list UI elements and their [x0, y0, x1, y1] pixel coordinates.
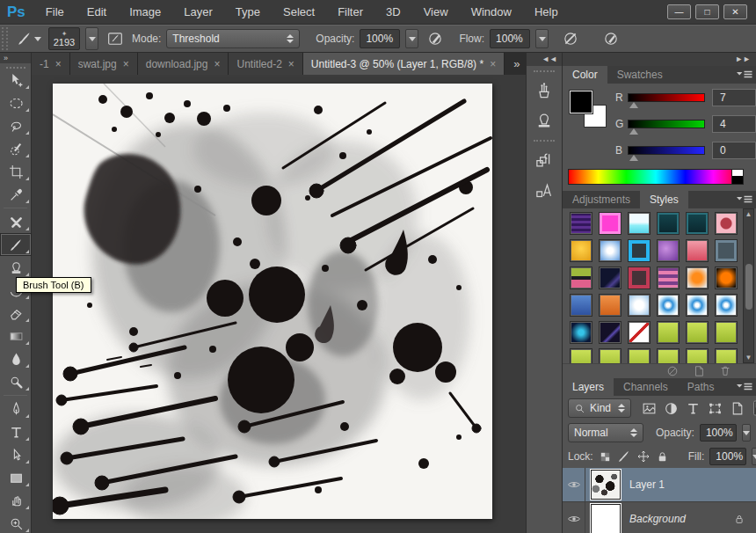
layer-fill-box[interactable]: 100% [709, 448, 746, 465]
toolbar-header[interactable]: » [0, 53, 31, 69]
panels-expand-button[interactable]: ►► [563, 53, 756, 66]
layer-row-background[interactable]: Background [563, 502, 756, 533]
tab-close-icon[interactable]: × [214, 58, 220, 70]
tab-channels[interactable]: Channels [614, 378, 678, 396]
tab-swatches[interactable]: Swatches [607, 66, 672, 84]
flow-value-box[interactable]: 100% [490, 29, 530, 48]
layer-visibility-toggle[interactable] [563, 468, 585, 501]
filter-pixel-layers-icon[interactable] [642, 401, 657, 416]
new-style-button[interactable] [693, 365, 705, 377]
blur-tool[interactable] [0, 347, 32, 370]
style-swatch-coral[interactable] [686, 239, 709, 262]
style-swatch-red-on-pink[interactable] [715, 212, 738, 235]
menu-edit[interactable]: Edit [76, 0, 118, 25]
filter-smart-objects-icon[interactable] [730, 401, 745, 416]
style-swatch-blue-orb-3[interactable] [715, 294, 738, 317]
brush-panel-toggle-button[interactable] [104, 27, 127, 50]
marquee-tool[interactable] [0, 91, 32, 114]
lasso-tool[interactable] [0, 114, 32, 137]
style-swatch-blue-orb-1[interactable] [657, 294, 680, 317]
style-swatch-lime-8[interactable] [686, 348, 709, 363]
scrollbar-thumb[interactable] [745, 264, 752, 310]
document-tab-1[interactable]: swat.jpg× [70, 53, 138, 75]
style-swatch-purple-sparkle[interactable] [657, 239, 680, 262]
brush-panel-icon[interactable] [529, 77, 559, 104]
style-swatch-ice-burst[interactable] [599, 239, 622, 262]
green-slider[interactable] [628, 120, 705, 128]
document-tab-0[interactable]: -1× [32, 53, 70, 75]
style-swatch-orange-soft[interactable] [599, 294, 622, 317]
canvas-image[interactable] [53, 84, 492, 519]
dodge-tool[interactable] [0, 370, 32, 393]
clear-style-button[interactable] [666, 365, 679, 377]
style-swatch-slate-fade[interactable] [715, 239, 738, 262]
red-slider-thumb[interactable] [629, 102, 638, 108]
pressure-size-icon[interactable] [600, 27, 622, 50]
blue-slider[interactable] [628, 146, 705, 155]
document-tab-4[interactable]: Untitled-3 @ 50% (Layer 1, RGB/8) *× [303, 53, 505, 75]
eyedropper-tool[interactable] [0, 183, 32, 206]
layer-visibility-toggle[interactable] [563, 502, 585, 533]
dock-collapse-button[interactable]: ◄◄ [527, 53, 562, 66]
layer-fill-dropdown[interactable] [752, 448, 756, 465]
tab-color[interactable]: Color [563, 66, 607, 84]
panel-menu-icon[interactable] [737, 383, 752, 391]
filter-type-layers-icon[interactable] [686, 401, 701, 416]
tab-close-icon[interactable]: × [123, 58, 129, 70]
path-select-tool[interactable] [0, 443, 32, 466]
style-swatch-purple-stripes[interactable] [570, 212, 592, 235]
style-swatch-blue-soft[interactable] [570, 294, 592, 317]
flow-dropdown-button[interactable] [535, 29, 549, 48]
document-tab-2[interactable]: download.jpg× [138, 53, 229, 75]
pen-tool[interactable] [0, 398, 32, 420]
foreground-background-swatches[interactable] [570, 91, 610, 131]
foreground-color-swatch[interactable] [570, 91, 592, 113]
panel-menu-icon[interactable] [737, 195, 752, 204]
layer-thumbnail[interactable] [591, 504, 621, 533]
style-swatch-lime-6[interactable] [628, 348, 651, 363]
layer-row-layer-1[interactable]: Layer 1 [563, 468, 756, 502]
layer-name[interactable]: Layer 1 [629, 478, 665, 491]
layer-opacity-dropdown[interactable] [742, 424, 751, 442]
style-swatch-frost[interactable] [628, 294, 651, 317]
menu-window[interactable]: Window [460, 0, 523, 25]
brush-size-dropdown-button[interactable] [85, 27, 98, 50]
style-swatch-lime-2[interactable] [686, 321, 709, 344]
opacity-value-box[interactable]: 100% [360, 29, 400, 48]
tab-adjustments[interactable]: Adjustments [563, 191, 640, 208]
maximize-button[interactable]: □ [695, 4, 719, 19]
style-swatch-crimson-ring[interactable] [628, 266, 651, 289]
dock-grip-2[interactable] [534, 140, 555, 142]
style-swatch-lime-1[interactable] [657, 321, 680, 344]
rectangle-tool[interactable] [0, 466, 32, 489]
style-swatch-no-style[interactable] [628, 321, 651, 344]
close-button[interactable]: ✕ [723, 4, 747, 19]
clone-stamp-tool[interactable] [0, 256, 32, 279]
color-spectrum-ramp[interactable] [568, 169, 744, 185]
green-slider-thumb[interactable] [629, 128, 638, 135]
style-swatch-navy-orb[interactable] [570, 321, 592, 344]
lock-all-icon[interactable] [656, 450, 669, 464]
menu-layer[interactable]: Layer [172, 0, 224, 25]
blend-mode-dropdown[interactable]: Normal [568, 423, 643, 442]
tab-overflow-button[interactable]: » [505, 57, 526, 70]
style-swatch-dark-teal-1[interactable] [657, 212, 680, 235]
menu-filter[interactable]: Filter [326, 0, 374, 25]
pressure-opacity-icon[interactable] [424, 27, 447, 50]
menu-file[interactable]: File [34, 0, 76, 25]
document-tab-3[interactable]: Untitled-2× [229, 53, 302, 75]
filter-toggle-switch[interactable] [752, 400, 756, 416]
canvas-workspace[interactable] [32, 75, 526, 533]
crop-tool[interactable] [0, 160, 32, 183]
lock-transparency-icon[interactable] [599, 450, 612, 464]
tab-paths[interactable]: Paths [678, 378, 724, 396]
eraser-tool[interactable] [0, 302, 32, 325]
red-value-box[interactable]: 7 [712, 89, 756, 106]
style-swatch-lime-9[interactable] [715, 348, 738, 363]
zoom-tool[interactable] [0, 512, 32, 533]
menu-image[interactable]: Image [118, 0, 172, 25]
style-swatch-lava[interactable] [715, 266, 738, 289]
tab-close-icon[interactable]: × [288, 58, 294, 70]
style-swatch-pink-purple-stripe[interactable] [657, 266, 680, 289]
menu-3d[interactable]: 3D [374, 0, 412, 25]
